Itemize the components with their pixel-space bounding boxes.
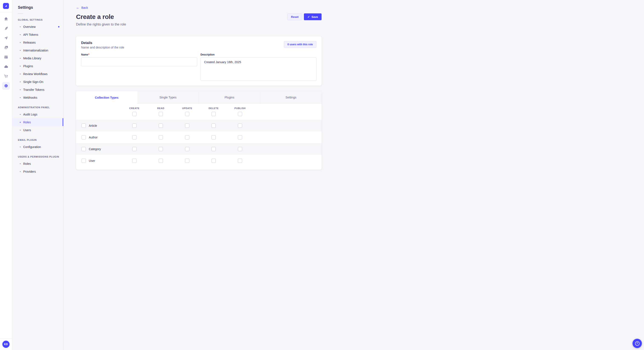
- row-select-checkbox[interactable]: [82, 147, 86, 151]
- sidebar-item-single-sign-on[interactable]: Single Sign-On: [12, 78, 63, 86]
- permission-checkbox[interactable]: [238, 135, 242, 140]
- reset-button[interactable]: Reset: [287, 13, 302, 20]
- cell-article-publish: [227, 124, 253, 128]
- back-label: Back: [81, 6, 88, 9]
- select-all-delete-checkbox[interactable]: [212, 112, 216, 116]
- permission-checkbox[interactable]: [238, 124, 242, 128]
- bullet-icon: [20, 26, 21, 27]
- column-header-publish: PUBLISH: [227, 107, 253, 116]
- sidebar-item-users[interactable]: Users: [12, 126, 63, 134]
- sidebar-item-media-library[interactable]: Media Library: [12, 54, 63, 62]
- settings-sidebar: Settings GLOBAL SETTINGSOverviewAPI Toke…: [12, 0, 64, 181]
- permission-checkbox[interactable]: [159, 147, 163, 151]
- paper-plane-icon[interactable]: [2, 33, 10, 43]
- permission-checkbox[interactable]: [159, 159, 163, 163]
- cart-icon[interactable]: [2, 71, 10, 81]
- cloud-icon[interactable]: [2, 62, 10, 71]
- permission-checkbox[interactable]: [185, 124, 189, 128]
- select-all-create-checkbox[interactable]: [132, 112, 136, 116]
- back-link[interactable]: ← Back: [76, 6, 88, 9]
- permissions-header-row: CREATEREADUPDATEDELETEPUBLISH: [76, 104, 322, 120]
- sidebar-item-configuration[interactable]: Configuration: [12, 143, 63, 151]
- sidebar-sections: GLOBAL SETTINGSOverviewAPI TokensRelease…: [12, 16, 63, 175]
- name-label: Name*: [81, 53, 197, 56]
- sidebar-item-internationalization[interactable]: Internationalization: [12, 46, 63, 54]
- permission-checkbox[interactable]: [132, 135, 136, 140]
- sidebar-item-review-workflows[interactable]: Review Workflows: [12, 70, 63, 78]
- sidebar-section-header: EMAIL PLUGIN: [12, 137, 63, 143]
- sidebar-item-roles[interactable]: Roles: [12, 160, 63, 168]
- row-label-cell: Category: [76, 147, 121, 151]
- save-button[interactable]: ✓ Save: [304, 13, 322, 20]
- permission-checkbox[interactable]: [159, 124, 163, 128]
- sidebar-item-plugins[interactable]: Plugins: [12, 62, 63, 70]
- permission-checkbox[interactable]: [212, 124, 216, 128]
- permission-checkbox[interactable]: [238, 159, 242, 163]
- cell-category-update: [174, 147, 200, 151]
- row-select-checkbox[interactable]: [82, 159, 86, 163]
- permission-checkbox[interactable]: [132, 124, 136, 128]
- media-library-icon[interactable]: [2, 43, 10, 52]
- sidebar-item-label: Overview: [23, 25, 36, 28]
- permission-checkbox[interactable]: [185, 135, 189, 140]
- select-all-read-checkbox[interactable]: [159, 112, 163, 116]
- sidebar-item-releases[interactable]: Releases: [12, 38, 63, 46]
- layout-icon[interactable]: [2, 52, 10, 62]
- sidebar-section-global-settings: GLOBAL SETTINGSOverviewAPI TokensRelease…: [12, 16, 63, 101]
- strapi-logo-icon: [4, 4, 8, 8]
- sidebar-title: Settings: [12, 0, 63, 10]
- name-input[interactable]: [81, 57, 197, 66]
- users-with-role-label: 0 users with this role: [288, 43, 313, 46]
- permission-checkbox[interactable]: [238, 147, 242, 151]
- permission-checkbox[interactable]: [132, 147, 136, 151]
- sidebar-item-label: Review Workflows: [23, 72, 48, 76]
- bullet-icon: [20, 74, 21, 74]
- sidebar-item-webhooks[interactable]: Webhooks: [12, 94, 63, 101]
- permission-row-author: Author: [76, 131, 322, 143]
- home-icon[interactable]: [2, 14, 10, 24]
- required-mark: *: [88, 53, 90, 56]
- bullet-icon: [20, 34, 21, 35]
- row-select-checkbox[interactable]: [82, 135, 86, 140]
- sidebar-item-label: Configuration: [23, 145, 41, 149]
- row-label-cell: Author: [76, 135, 121, 140]
- permissions-tabs: Collection TypesSingle TypesPluginsSetti…: [76, 91, 322, 104]
- sidebar-item-roles[interactable]: Roles: [12, 118, 63, 126]
- sidebar-item-label: Plugins: [23, 64, 33, 68]
- rail-nav: [0, 12, 12, 91]
- sidebar-item-api-tokens[interactable]: API Tokens: [12, 31, 63, 38]
- tab-plugins[interactable]: Plugins: [199, 91, 260, 104]
- sidebar-item-audit-logs[interactable]: Audit Logs: [12, 110, 63, 118]
- bullet-icon: [20, 97, 21, 98]
- description-field-group: Description Created January 16th, 2025: [200, 53, 317, 82]
- permission-checkbox[interactable]: [212, 147, 216, 151]
- gear-icon[interactable]: [2, 82, 10, 90]
- users-with-role-button[interactable]: 0 users with this role: [284, 41, 316, 48]
- cell-user-update: [174, 159, 200, 163]
- select-all-update-checkbox[interactable]: [185, 112, 189, 116]
- permission-checkbox[interactable]: [212, 135, 216, 140]
- permission-checkbox[interactable]: [159, 135, 163, 140]
- sidebar-item-providers[interactable]: Providers: [12, 168, 63, 175]
- description-textarea[interactable]: Created January 16th, 2025: [200, 57, 317, 81]
- sidebar-item-label: Releases: [23, 41, 36, 44]
- tab-settings[interactable]: Settings: [260, 91, 322, 104]
- notification-dot: [58, 26, 60, 27]
- tab-single-types[interactable]: Single Types: [137, 91, 199, 104]
- cell-category-publish: [227, 147, 253, 151]
- sidebar-item-overview[interactable]: Overview: [12, 23, 63, 31]
- feather-icon[interactable]: [2, 24, 10, 33]
- column-label: DELETE: [209, 107, 219, 110]
- permission-checkbox[interactable]: [185, 147, 189, 151]
- icon-rail: KD: [0, 0, 12, 181]
- row-label: Author: [89, 136, 98, 139]
- sidebar-item-transfer-tokens[interactable]: Transfer Tokens: [12, 86, 63, 94]
- permission-checkbox[interactable]: [212, 159, 216, 163]
- permission-checkbox[interactable]: [185, 159, 189, 163]
- details-fields: Name* Description Created January 16th, …: [81, 53, 316, 82]
- select-all-publish-checkbox[interactable]: [238, 112, 242, 116]
- strapi-logo[interactable]: [3, 3, 9, 9]
- permission-checkbox[interactable]: [132, 159, 136, 163]
- row-select-checkbox[interactable]: [82, 124, 86, 128]
- tab-collection-types[interactable]: Collection Types: [76, 91, 137, 104]
